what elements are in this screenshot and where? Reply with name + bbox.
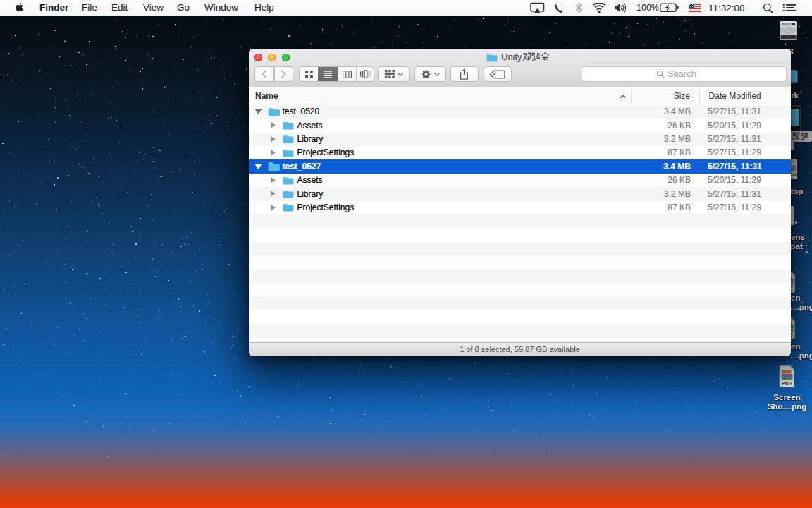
svg-text:PNG: PNG [782,381,792,386]
